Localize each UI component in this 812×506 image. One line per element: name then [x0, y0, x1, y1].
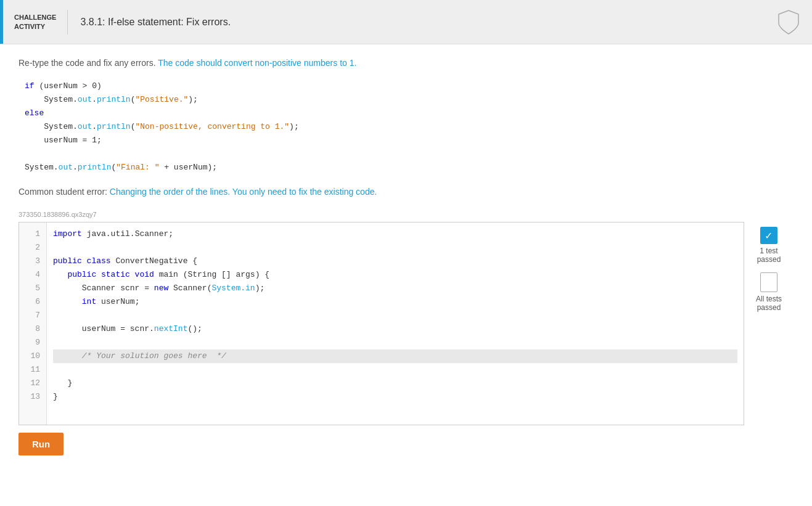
- test2-label: All testspassed: [756, 295, 782, 312]
- test2-empty-icon: [760, 272, 777, 292]
- editor-area: 1 2 3 4 5 6 7 8 9 10 11 12 13: [18, 222, 794, 425]
- code-line-11: [53, 363, 737, 377]
- common-error-text: Common student error: Changing the order…: [18, 186, 794, 198]
- test1-badge: ✓ 1 testpassed: [757, 227, 781, 264]
- line-numbers: 1 2 3 4 5 6 7 8 9 10 11 12 13: [19, 222, 47, 425]
- page-wrapper: CHALLENGE ACTIVITY 3.8.1: If-else statem…: [0, 0, 812, 506]
- activity-id: 373350.1838896.qx3zqy7: [18, 211, 794, 218]
- code-line-3: public class ConvertNegative {: [53, 255, 737, 268]
- code-editor-container[interactable]: 1 2 3 4 5 6 7 8 9 10 11 12 13: [18, 222, 744, 425]
- header: CHALLENGE ACTIVITY 3.8.1: If-else statem…: [0, 0, 812, 44]
- code-line-13: }: [53, 390, 737, 404]
- code-line-5: Scanner scnr = new Scanner(System.in);: [53, 282, 737, 295]
- instructions-intro: Re-type the code and fix any errors. The…: [18, 57, 794, 70]
- test1-label: 1 testpassed: [757, 247, 781, 264]
- code-line-7: [53, 309, 737, 322]
- run-button-area: Run: [18, 425, 794, 462]
- test2-badge: All testspassed: [756, 272, 782, 312]
- run-button[interactable]: Run: [18, 433, 64, 455]
- code-line-6: int userNum;: [53, 295, 737, 309]
- main-content: Re-type the code and fix any errors. The…: [0, 44, 812, 506]
- challenge-label: CHALLENGE ACTIVITY: [3, 13, 67, 31]
- code-editor[interactable]: import java.util.Scanner; public class C…: [47, 222, 744, 425]
- header-title: 3.8.1: If-else statement: Fix errors.: [68, 17, 777, 28]
- reference-code-block: if (userNum > 0) System.out.println("Pos…: [18, 80, 794, 174]
- shield-icon: [777, 9, 800, 35]
- code-line-10: /* Your solution goes here */: [53, 349, 737, 363]
- code-line-1: import java.util.Scanner;: [53, 227, 737, 241]
- code-line-9: [53, 336, 737, 349]
- test1-check-icon: ✓: [760, 227, 777, 244]
- code-line-2: [53, 241, 737, 255]
- code-line-12: }: [53, 377, 737, 390]
- code-line-8: userNum = scnr.nextInt();: [53, 322, 737, 336]
- code-line-4: public static void main (String [] args)…: [53, 268, 737, 282]
- side-badges: ✓ 1 testpassed All testspassed: [744, 222, 794, 317]
